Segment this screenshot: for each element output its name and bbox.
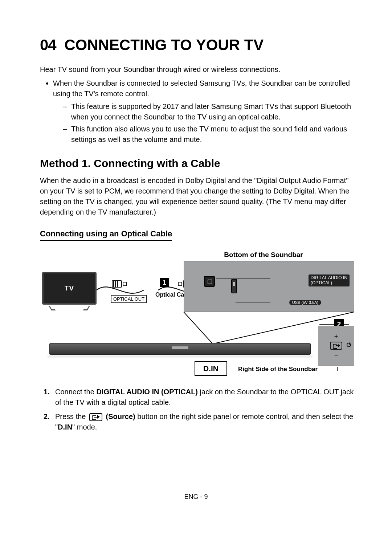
tv-label: TV	[65, 284, 74, 292]
cable-plug-icon	[108, 277, 128, 290]
step-2-line	[319, 324, 334, 325]
step-item: Connect the DIGITAL AUDIO IN (OPTICAL) j…	[40, 387, 356, 408]
volume-up-icon: +	[334, 333, 338, 339]
sub-bullet-list: This feature is supported by 2017 and la…	[63, 101, 356, 145]
section-number: 04	[40, 36, 56, 54]
bullet-text: When the Soundbar is connected to select…	[53, 79, 350, 98]
power-icon	[347, 343, 351, 347]
method-1-body: When the audio in a broadcast is encoded…	[40, 175, 356, 217]
source-icon	[89, 413, 102, 421]
step-item: Press the (Source) button on the right s…	[40, 411, 356, 432]
page-footer: ENG - 9	[0, 493, 392, 501]
din-mode-label: D.IN	[195, 361, 227, 376]
right-side-label: Right Side of the Soundbar	[238, 366, 318, 373]
bullet-item: When the Soundbar is connected to select…	[53, 78, 356, 145]
bullet-list: When the Soundbar is connected to select…	[53, 78, 356, 145]
usb-port-icon	[231, 279, 237, 293]
section-title: CONNECTING TO YOUR TV	[64, 36, 264, 54]
soundbar-side-panel: + −	[318, 326, 354, 366]
section-header: 04 CONNECTING TO YOUR TV	[40, 36, 356, 54]
method-1-heading: Method 1. Connecting with a Cable	[40, 157, 356, 170]
step-1-marker: 1	[160, 278, 169, 287]
sub-bullet-item: This feature is supported by 2017 and la…	[63, 101, 356, 122]
step-text: Press the	[55, 412, 88, 420]
volume-down-icon: −	[334, 352, 338, 358]
source-button-icon	[330, 342, 342, 350]
optical-out-label: OPTICAL OUT	[111, 295, 147, 303]
diagram-top-label: Bottom of the Soundbar	[173, 251, 354, 259]
step-text: Connect the	[55, 388, 96, 396]
digital-audio-in-label: DIGITAL AUDIO IN (OPTICAL)	[309, 274, 350, 286]
optical-port-icon	[204, 276, 215, 287]
steps-list: Connect the DIGITAL AUDIO IN (OPTICAL) j…	[40, 387, 356, 432]
usb-label: USB (5V 0.5A)	[289, 300, 321, 305]
connection-diagram: Bottom of the Soundbar TV OPTICAL OUT 1 …	[42, 251, 354, 374]
step-text: " mode.	[72, 423, 97, 431]
sub-bullet-item: This function also allows you to use the…	[63, 124, 356, 145]
soundbar-bottom-panel: DIGITAL AUDIO IN (OPTICAL) USB (5V 0.5A)	[184, 261, 354, 312]
step-bold: D.IN	[58, 423, 72, 431]
sub-heading: Connecting using an Optical Cable	[40, 229, 172, 241]
intro-text: Hear TV sound from your Soundbar through…	[40, 65, 356, 74]
soundbar-icon	[49, 343, 311, 355]
step-bold: DIGITAL AUDIO IN (OPTICAL)	[96, 388, 198, 396]
step-bold: (Source)	[104, 412, 135, 420]
tv-icon: TV	[42, 272, 97, 310]
